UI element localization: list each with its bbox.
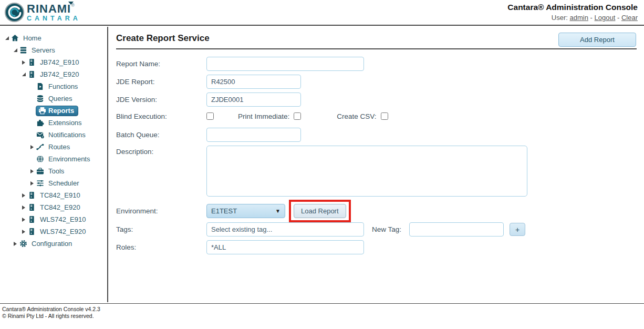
report-name-input[interactable] xyxy=(206,57,364,71)
cantara-admin-console: RINAMI® CANTARA Cantara® Administration … xyxy=(0,0,644,329)
logout-link[interactable]: Logout xyxy=(595,14,616,22)
sidebar-item-notifications[interactable]: Notifications xyxy=(0,129,107,141)
logo-brand: RINAMI® xyxy=(27,3,81,15)
tags-label: Tags: xyxy=(116,225,206,233)
sidebar-item-label: Reports xyxy=(48,107,74,115)
batch-queue-input[interactable] xyxy=(206,128,301,142)
sidebar-item-functions[interactable]: Functions xyxy=(0,80,107,92)
server-icon xyxy=(27,58,36,67)
top-header: RINAMI® CANTARA Cantara® Administration … xyxy=(0,0,644,26)
puzzle-icon xyxy=(36,119,45,127)
printer-icon xyxy=(38,107,47,115)
sidebar-item-home[interactable]: Home xyxy=(0,32,107,44)
user-session-line: User: admin - Logout - Clear xyxy=(507,13,638,23)
sidebar-item-jb742_e920[interactable]: JB742_E920 xyxy=(0,68,107,80)
sidebar-item-tc842_e910[interactable]: TC842_E910 xyxy=(0,189,107,201)
toolbox-icon xyxy=(36,167,45,176)
environment-label: Environment: xyxy=(116,207,206,215)
route-icon xyxy=(36,143,45,151)
sidebar-item-label: Routes xyxy=(47,142,71,151)
footer-version: Cantara® Administration Console v4.2.3 xyxy=(2,306,644,313)
caret-collapsed-icon[interactable] xyxy=(22,205,25,210)
logo-sub-brand: CANTARA xyxy=(27,15,81,22)
sidebar-item-label: TC842_E920 xyxy=(38,203,82,212)
jde-report-row: JDE Report: xyxy=(116,75,637,89)
caret-expanded-icon[interactable] xyxy=(22,73,26,76)
load-report-button[interactable]: Load Report xyxy=(294,204,346,218)
caret-collapsed-icon[interactable] xyxy=(30,181,34,186)
sidebar-item-label: Environments xyxy=(47,155,91,163)
server-icon xyxy=(27,203,36,212)
sidebar-item-routes[interactable]: Routes xyxy=(0,141,107,153)
new-tag-input[interactable] xyxy=(409,222,504,237)
create-csv-checkbox[interactable] xyxy=(381,112,388,120)
jde-version-row: JDE Version: xyxy=(116,92,637,107)
rinami-logo-icon xyxy=(4,2,25,23)
sidebar-item-wls742_e910[interactable]: WLS742_E910 xyxy=(0,213,107,225)
roles-label: Roles: xyxy=(116,243,206,251)
sidebar-item-label: Home xyxy=(22,34,43,43)
sidebar-item-scheduler[interactable]: Scheduler xyxy=(0,177,107,189)
new-tag-label: New Tag: xyxy=(372,225,404,233)
caret-collapsed-icon[interactable] xyxy=(22,193,25,198)
sidebar-item-label: Extensions xyxy=(47,118,84,127)
sidebar-item-configuration[interactable]: Configuration xyxy=(0,238,107,250)
console-title: Cantara® Administration Console xyxy=(507,2,638,13)
chevron-down-icon: ▼ xyxy=(275,208,281,214)
rinami-cantara-logo: RINAMI® CANTARA xyxy=(4,2,81,23)
sidebar-item-wls742_e920[interactable]: WLS742_E920 xyxy=(0,225,107,238)
add-report-button[interactable]: Add Report xyxy=(558,33,636,47)
batch-queue-row: Batch Queue: xyxy=(116,128,637,142)
sidebar-item-label: WLS742_E920 xyxy=(38,227,87,236)
report-name-label: Report Name: xyxy=(116,60,206,68)
add-tag-button[interactable]: + xyxy=(510,223,525,236)
sidebar-item-label: TC842_E910 xyxy=(38,191,82,200)
clear-link[interactable]: Clear xyxy=(621,14,638,22)
user-name-link[interactable]: admin xyxy=(570,14,588,22)
caret-collapsed-icon[interactable] xyxy=(22,218,25,222)
caret-collapsed-icon[interactable] xyxy=(30,169,34,173)
sidebar-item-servers[interactable]: Servers xyxy=(0,44,107,56)
caret-collapsed-icon[interactable] xyxy=(14,242,17,246)
sidebar-item-label: JB742_E910 xyxy=(38,58,80,67)
sidebar-item-tools[interactable]: Tools xyxy=(0,165,107,177)
server-icon xyxy=(27,70,36,79)
server-icon xyxy=(27,228,36,236)
roles-row: Roles: xyxy=(116,240,637,254)
caret-expanded-icon[interactable] xyxy=(5,36,9,40)
function-icon xyxy=(36,83,45,91)
server-icon xyxy=(27,215,36,224)
create-csv-label: Create CSV: xyxy=(337,112,376,120)
sidebar-item-extensions[interactable]: Extensions xyxy=(0,117,107,129)
sidebar-item-label: Servers xyxy=(30,46,57,55)
tags-input[interactable] xyxy=(206,222,364,237)
description-label: Description: xyxy=(116,146,206,156)
servers-icon xyxy=(19,46,28,55)
sidebar-item-reports[interactable]: Reports xyxy=(0,105,107,117)
navigation-sidebar: HomeServersJB742_E910JB742_E920Functions… xyxy=(0,27,108,302)
roles-input[interactable] xyxy=(206,240,364,254)
sidebar-item-queries[interactable]: Queries xyxy=(0,92,107,105)
environment-select[interactable]: E1TEST ▼ xyxy=(206,204,285,218)
caret-collapsed-icon[interactable] xyxy=(30,145,34,149)
title-divider xyxy=(116,48,637,49)
caret-collapsed-icon[interactable] xyxy=(22,230,25,234)
footer-copyright: © Rinami Pty Ltd - All rights reserved. xyxy=(2,313,644,320)
blind-execution-label: Blind Execution: xyxy=(116,112,206,120)
caret-collapsed-icon[interactable] xyxy=(22,60,25,65)
jde-report-input[interactable] xyxy=(206,75,301,89)
caret-expanded-icon[interactable] xyxy=(14,48,17,52)
description-row: Description: xyxy=(116,146,637,197)
sidebar-item-tc842_e920[interactable]: TC842_E920 xyxy=(0,201,107,213)
print-immediate-checkbox[interactable] xyxy=(294,112,301,120)
user-label: User: xyxy=(552,14,568,22)
sidebar-item-environments[interactable]: Environments xyxy=(0,153,107,165)
description-textarea[interactable] xyxy=(206,146,527,197)
sidebar-item-jb742_e910[interactable]: JB742_E910 xyxy=(0,56,107,68)
sidebar-item-label: Scheduler xyxy=(47,179,81,188)
tags-row: Tags: New Tag: + xyxy=(116,222,637,237)
main-content: Create Report Service Add Report Report … xyxy=(109,27,644,302)
sidebar-item-label: Queries xyxy=(47,94,74,103)
jde-version-input[interactable] xyxy=(206,92,301,107)
blind-execution-checkbox[interactable] xyxy=(206,112,214,120)
